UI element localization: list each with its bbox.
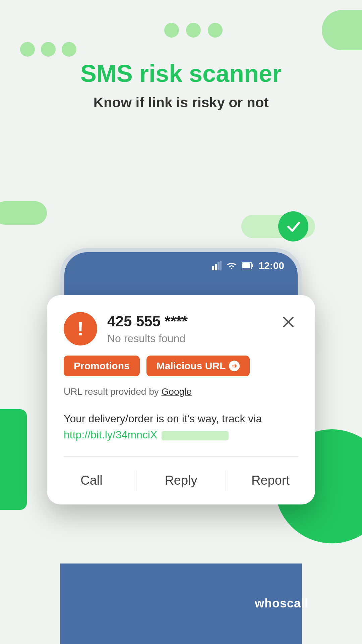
message-link[interactable]: http://bit.ly/34mnciX — [64, 429, 157, 441]
card-left: ! 425 555 **** No results found — [64, 312, 188, 345]
arrow-circle — [229, 361, 240, 371]
check-circle-decoration — [278, 211, 308, 241]
alert-icon: ! — [64, 312, 97, 345]
status-icons: 12:00 — [212, 260, 284, 271]
message-bubble-left — [0, 201, 47, 225]
message-bubble-right — [241, 215, 315, 238]
card-header: ! 425 555 **** No results found — [47, 295, 315, 356]
message-text: Your delivery/order is on it's way, trac… — [64, 413, 262, 425]
svg-rect-1 — [215, 264, 217, 270]
tag-promotions[interactable]: Promotions — [64, 356, 140, 376]
phone-status-bar: 12:00 — [64, 252, 298, 279]
svg-rect-5 — [252, 264, 253, 267]
arrow-icon — [231, 363, 238, 369]
svg-rect-3 — [220, 261, 222, 270]
tag-malicious-label: Malicious URL — [157, 360, 226, 372]
report-button[interactable]: Report — [226, 457, 315, 504]
url-source: URL result provided by Google — [47, 383, 315, 404]
tag-malicious[interactable]: Malicious URL — [146, 356, 250, 376]
tags-section: Promotions Malicious URL — [47, 356, 315, 383]
svg-rect-0 — [212, 266, 214, 270]
page-title: SMS risk scanner — [0, 60, 362, 87]
whoscall-brand: whoscall — [255, 596, 308, 610]
caller-sub: No results found — [107, 332, 188, 345]
sms-card: ! 425 555 **** No results found Promotio… — [47, 295, 315, 504]
exclamation-mark: ! — [77, 319, 83, 338]
tag-promotions-label: Promotions — [74, 360, 130, 371]
green-rect-decoration — [0, 409, 27, 510]
close-button[interactable] — [278, 312, 298, 332]
svg-rect-6 — [242, 263, 250, 268]
wifi-icon — [226, 261, 237, 270]
reply-button[interactable]: Reply — [136, 457, 226, 504]
call-button[interactable]: Call — [47, 457, 136, 504]
page-subtitle: Know if link is risky or not — [0, 94, 362, 112]
caller-number: 425 555 **** — [107, 313, 188, 330]
status-time: 12:00 — [258, 260, 284, 271]
url-source-link[interactable]: Google — [162, 386, 192, 397]
signal-icon — [212, 261, 222, 270]
url-source-text: URL result provided by — [64, 386, 159, 397]
header-section: SMS risk scanner Know if link is risky o… — [0, 0, 362, 112]
message-body: Your delivery/order is on it's way, trac… — [47, 404, 315, 456]
caller-info: 425 555 **** No results found — [107, 313, 188, 345]
svg-rect-2 — [218, 262, 220, 270]
battery-icon — [242, 262, 254, 270]
action-buttons: Call Reply Report — [47, 457, 315, 504]
link-blur-decoration — [162, 431, 229, 440]
checkmark-icon — [285, 218, 302, 235]
